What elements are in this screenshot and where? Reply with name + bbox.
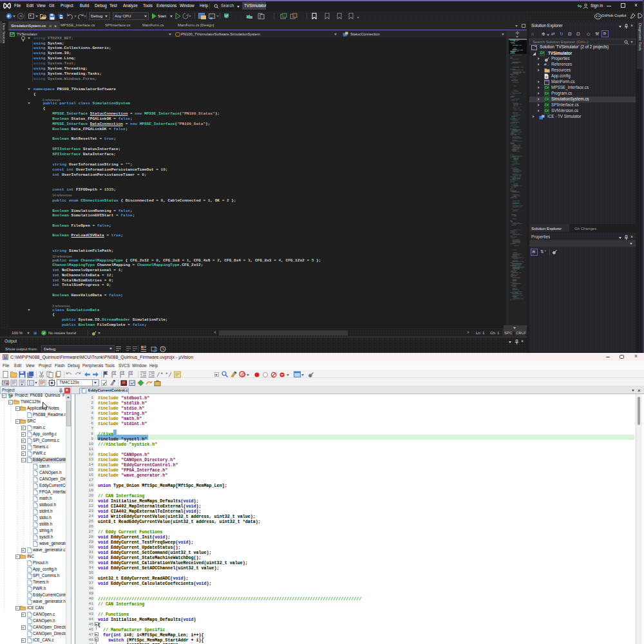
svg-text:@: @ xyxy=(241,372,246,377)
svg-text:*/: */ xyxy=(165,372,172,378)
svg-text:/*: /* xyxy=(156,372,164,378)
